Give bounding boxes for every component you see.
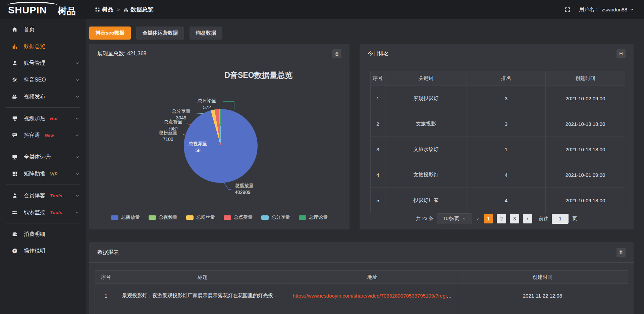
tab-media-ops-data[interactable]: 全媒体运营数据 [136, 27, 184, 40]
tab-douyin-seo-data[interactable]: 抖音seo数据 [89, 27, 131, 40]
vip-badge: VIP [50, 171, 57, 176]
sliders-icon [11, 209, 18, 216]
video-url-link[interactable]: https://www.iesdouyin.com/share/video/70… [293, 293, 454, 299]
legend-item-fans[interactable]: 总粉丝量 [186, 214, 215, 220]
sidebar-item-label: 视频加热 [24, 115, 45, 122]
table-row: 1景观投影灯32021-10-02 09:00 [371, 86, 625, 111]
sidebar-item-label: 抖客通 [24, 132, 40, 139]
chevron-down-icon [75, 95, 79, 99]
sidebar-item-home[interactable]: 首页 [0, 21, 86, 38]
sidebar-item-label: 矩阵助推 [24, 170, 45, 177]
pagination-total: 共 23 条 [416, 216, 433, 222]
fullscreen-icon[interactable] [565, 7, 571, 13]
sidebar-item-video-heat[interactable]: 视频加热 Hot [0, 110, 86, 127]
goto-page-input[interactable] [552, 214, 569, 224]
app-logo[interactable]: SHUPIN 树品 [0, 0, 86, 19]
legend-swatch [224, 215, 231, 220]
table-header-row: 序号 标题 地址 创建时间 [95, 271, 628, 284]
home-icon [11, 26, 18, 33]
legend-item-shares[interactable]: 总分享量 [261, 214, 290, 220]
today-ranking-card: 今日排名 日 序号 关键词 排名 创建时间 [360, 44, 634, 229]
topbar-right: 用户名：zswodun88 [565, 6, 634, 13]
legend-item-plays[interactable]: 总播放量 [111, 214, 140, 220]
chevron-down-icon [75, 194, 79, 198]
monitor-icon [11, 154, 18, 160]
breadcrumb-separator: > [117, 7, 120, 12]
col-no: 序号 [95, 271, 117, 284]
legend-item-comments[interactable]: 总评论量 [299, 214, 328, 220]
report-table: 序号 标题 地址 创建时间 1 景观投影灯，夜游景观投影灯厂家展示展示落花灯在花… [95, 270, 628, 314]
breadcrumb-root[interactable]: 树品 [95, 6, 113, 13]
app-screen: SHUPIN 树品 树品 > 数据总览 用户名：zswo [0, 0, 644, 314]
impressions-chart-card: 展现量总数: 421,369 总 D音SEO数据量总览 总评论量572 总分 [89, 44, 350, 229]
wallet-icon [11, 231, 18, 238]
sidebar-item-label: 抖音SEO [24, 76, 46, 84]
sidebar-item-member-burst[interactable]: 会员爆客 Tools [0, 187, 86, 204]
prev-page-button[interactable]: ‹ [476, 216, 480, 222]
screen-icon [11, 115, 18, 122]
legend-swatch [299, 215, 306, 220]
col-created: 创建时间 [546, 71, 625, 86]
user-icon [11, 60, 18, 66]
sidebar-item-video-publish[interactable]: 视频发布 [0, 88, 86, 105]
sidebar-item-media-ops[interactable]: 全媒体运营 [0, 149, 86, 165]
table-row: 4文旅投影灯42021-10-01 09:00 [371, 162, 625, 188]
sidebar-item-douyin-seo[interactable]: 抖音SEO [0, 71, 86, 88]
topbar: SHUPIN 树品 树品 > 数据总览 用户名：zswo [0, 0, 644, 19]
col-rank: 排名 [467, 71, 545, 86]
report-card-header: 数据报表 表 [89, 242, 634, 263]
user-menu[interactable]: 用户名：zswodun88 [579, 6, 634, 13]
impressions-total-label: 展现量总数: 421,369 [97, 50, 147, 57]
pie-chart: D音SEO数据量总览 总评论量572 总分享量3049 总点赞量7681 [89, 64, 350, 229]
col-title: 标题 [117, 271, 288, 284]
question-circle-icon: ? [11, 248, 18, 254]
next-page-button[interactable]: › [523, 214, 532, 223]
page-button-3[interactable]: 3 [510, 214, 519, 223]
sidebar-divider [6, 223, 80, 223]
sidebar-item-matrix-boost[interactable]: 矩阵助推 VIP [0, 165, 86, 182]
sidebar-item-help[interactable]: ? 操作说明 [0, 243, 86, 259]
chevron-down-icon [75, 133, 79, 138]
breadcrumb-current[interactable]: 数据总览 [123, 6, 153, 13]
legend-swatch [261, 215, 269, 220]
legend-item-videos[interactable]: 总视频量 [149, 214, 177, 220]
ranking-title: 今日排名 [368, 50, 389, 57]
breadcrumb-root-label: 树品 [102, 6, 113, 13]
chevron-down-icon [75, 210, 79, 215]
new-badge: New [45, 133, 54, 138]
page-size-select[interactable]: 10条/页 [437, 213, 472, 224]
sidebar-item-spending-detail[interactable]: 消费明细 [0, 226, 86, 243]
tab-inquiry-data[interactable]: 询盘数据 [190, 27, 222, 40]
sidebar-divider [6, 185, 80, 185]
ranking-card-header: 今日排名 日 [360, 44, 634, 64]
col-created: 创建时间 [457, 271, 628, 284]
table-row: 5投影灯厂家42021-10-09 18:00 [371, 188, 625, 213]
chevron-down-icon [75, 172, 79, 176]
sidebar-item-label: 数据总览 [24, 43, 45, 50]
sidebar-item-data-overview[interactable]: 数据总览 [0, 38, 86, 55]
callout-comments: 总评论量572 [198, 97, 216, 111]
logo-text-en: SHUPIN [8, 5, 47, 16]
sidebar-item-leads-monitor[interactable]: 线索监控 Tools [0, 204, 86, 221]
pagination: 共 23 条 10条/页 ‹ 1 2 3 › 前往 页 [360, 213, 634, 224]
chart-title: D音SEO数据量总览 [224, 70, 292, 81]
sidebar-item-label: 消费明细 [24, 231, 45, 238]
table-badge-button[interactable]: 表 [616, 248, 626, 257]
table-row: 2文旅投影32021-10-13 18:00 [371, 111, 625, 137]
col-keyword: 关键词 [385, 71, 467, 86]
legend-item-likes[interactable]: 总点赞量 [224, 214, 253, 220]
chevron-down-icon [75, 61, 79, 65]
legend-swatch [186, 215, 194, 220]
total-badge-button[interactable]: 总 [332, 49, 341, 58]
chevron-down-icon [75, 78, 79, 82]
chevron-down-icon [75, 155, 79, 159]
sidebar-item-account[interactable]: 账号管理 [0, 55, 86, 71]
chevron-down-icon [75, 116, 79, 121]
col-url: 地址 [288, 271, 457, 284]
page-button-1[interactable]: 1 [484, 214, 493, 223]
sidebar-item-doukertong[interactable]: 抖客通 New [0, 127, 86, 144]
grid-icon [11, 170, 18, 177]
page-button-2[interactable]: 2 [497, 214, 506, 223]
svg-text:?: ? [14, 249, 16, 253]
day-badge-button[interactable]: 日 [616, 49, 626, 58]
